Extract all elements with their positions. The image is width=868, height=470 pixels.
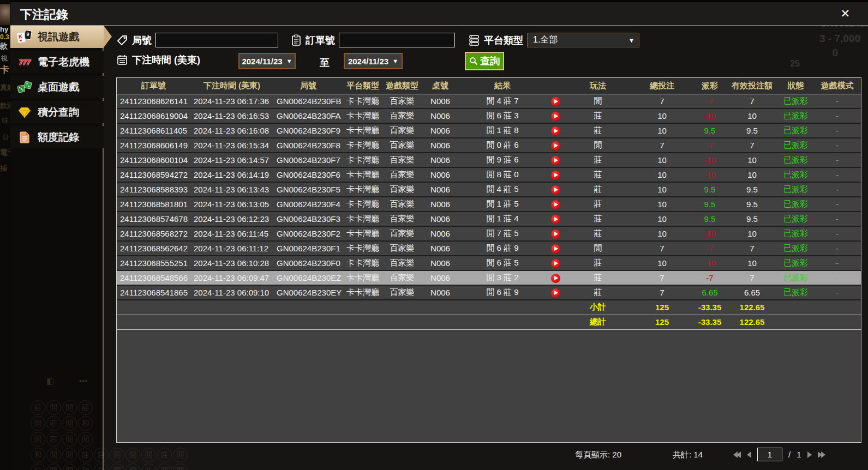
- sidebar-item-table-games[interactable]: 桌面遊戲: [10, 76, 104, 98]
- cell-platform: 卡卡灣廳: [343, 270, 382, 285]
- prev-page-button[interactable]: [747, 451, 751, 458]
- bet-time-label-group: 下注時間 (美東): [116, 53, 200, 67]
- cell-valid_bet: 9.5: [726, 197, 778, 212]
- sidebar-item-video-games[interactable]: 9 K♥ 視訊遊戲: [10, 26, 104, 48]
- play-video-button[interactable]: [551, 185, 560, 195]
- background-avatar-photo: [0, 4, 10, 25]
- table-row[interactable]: 2411230686261412024-11-23 06:17:36GN0062…: [117, 94, 861, 109]
- cell-table_no: N006: [422, 153, 459, 167]
- platform-select[interactable]: 1.全部 ▼: [527, 33, 639, 47]
- play-video-button[interactable]: [551, 97, 560, 106]
- order-input[interactable]: [339, 33, 455, 47]
- cell-table_no: N006: [422, 270, 459, 285]
- table-row[interactable]: 2411230685552512024-11-23 06:10:28GN0062…: [117, 256, 861, 270]
- play-video-button[interactable]: [551, 126, 560, 136]
- cell-order_no: 241123068562642: [117, 241, 190, 256]
- cell-total_bet: 10: [631, 226, 693, 241]
- cell-payout: -7: [693, 138, 726, 153]
- date-to-value: 2024/11/23: [348, 57, 388, 66]
- cell-valid_bet: 9.5: [726, 212, 778, 226]
- column-header-bet_time: 下注時間 (美東): [190, 78, 273, 94]
- table-row[interactable]: 2411230685942722024-11-23 06:14:19GN0062…: [117, 167, 861, 182]
- cell-order_no: 241123068600104: [117, 153, 190, 167]
- play-video-button[interactable]: [551, 200, 560, 209]
- cell-bet_side: 莊: [565, 285, 631, 300]
- cell-status: 已派彩: [778, 123, 813, 138]
- page-separator: /: [788, 450, 791, 459]
- date-from-select[interactable]: 2024/11/23 ▼: [238, 53, 296, 69]
- cell-result: 閒 8 莊 0: [459, 167, 546, 182]
- table-row[interactable]: 2411230685818012024-11-23 06:13:05GN0062…: [117, 197, 861, 212]
- play-video-button[interactable]: [551, 274, 560, 283]
- cell-total_bet: 7: [631, 241, 693, 256]
- cell-result: 閒 6 莊 9: [459, 285, 546, 300]
- total-table_no: [422, 315, 459, 329]
- table-row[interactable]: 2411230685626422024-11-23 06:11:12GN0062…: [117, 241, 861, 256]
- date-to-select[interactable]: 2024/11/23 ▼: [344, 53, 403, 69]
- cell-bet_side: 莊: [565, 182, 631, 197]
- order-filter-group: 訂單號: [291, 33, 455, 47]
- table-row[interactable]: 2411230685682722024-11-23 06:11:45GN0062…: [117, 226, 861, 241]
- sidebar-item-points[interactable]: 積分查詢: [10, 101, 104, 123]
- total-platform: [343, 315, 382, 329]
- close-icon[interactable]: ✕: [840, 7, 850, 21]
- round-input[interactable]: [155, 33, 278, 47]
- cell-game_mode: -: [813, 285, 861, 300]
- sidebar-item-label: 額度記錄: [38, 130, 79, 144]
- cell-valid_bet: 9.5: [726, 123, 778, 138]
- cell-platform: 卡卡灣廳: [343, 138, 382, 153]
- cell-bet_time: 2024-11-23 06:17:36: [190, 94, 273, 109]
- cell-valid_bet: 10: [726, 256, 778, 270]
- table-row[interactable]: 2411230685485662024-11-23 06:09:47GN0062…: [117, 270, 861, 285]
- play-video-button[interactable]: [551, 244, 560, 254]
- screen: hy 0.3 款 視 卡 真船 款洲 味 台 電子 捕 Seton GN0062…: [0, 0, 868, 470]
- cell-game_mode: -: [813, 226, 861, 241]
- table-row[interactable]: 2411230685883932024-11-23 06:13:43GN0062…: [117, 182, 861, 197]
- window-title: 下注記錄: [20, 7, 68, 23]
- cell-payout: 9.5: [693, 197, 726, 212]
- total-valid_bet: 122.65: [726, 315, 778, 329]
- cell-game_mode: -: [813, 270, 861, 285]
- cell-game_type: 百家樂: [382, 167, 422, 182]
- sidebar-item-credit-records[interactable]: 額度記錄: [10, 126, 104, 148]
- cell-play: [546, 109, 565, 123]
- play-video-button[interactable]: [551, 215, 560, 224]
- play-video-button[interactable]: [551, 259, 560, 268]
- play-video-button[interactable]: [551, 112, 560, 121]
- bg-fragment: 真船: [0, 83, 10, 93]
- cell-total_bet: 10: [631, 123, 693, 138]
- table-row[interactable]: 2411230686001042024-11-23 06:14:57GN0062…: [117, 153, 861, 167]
- bg-fragment: 0.3: [0, 33, 9, 41]
- table-row[interactable]: 2411230686114052024-11-23 06:16:08GN0062…: [117, 123, 861, 138]
- content-panel: 局號 訂單號 平台類型 1.全部 ▼ 下注時間 (美東): [105, 26, 868, 470]
- cell-round_no: GN00624B230F9: [273, 123, 343, 138]
- page-number-input[interactable]: [757, 448, 782, 461]
- cell-status: 已派彩: [778, 153, 813, 167]
- cell-bet_time: 2024-11-23 06:14:57: [190, 153, 273, 167]
- play-video-button[interactable]: [551, 288, 560, 298]
- sidebar-item-slots[interactable]: 777 電子老虎機: [10, 51, 104, 73]
- table-row[interactable]: 2411230685418652024-11-23 06:09:10GN0062…: [117, 285, 861, 300]
- cell-payout: -10: [693, 109, 726, 123]
- table-row[interactable]: 2411230685746782024-11-23 06:12:23GN0062…: [117, 212, 861, 226]
- cell-order_no: 241123068619004: [117, 109, 190, 123]
- search-button[interactable]: 查詢: [465, 52, 504, 70]
- first-page-button[interactable]: [733, 451, 741, 458]
- table-row[interactable]: 2411230686061492024-11-23 06:15:34GN0062…: [117, 138, 861, 153]
- platform-filter-group: 平台類型 1.全部 ▼: [468, 33, 639, 47]
- cell-order_no: 241123068594272: [117, 167, 190, 182]
- cell-valid_bet: 6.65: [726, 285, 778, 300]
- play-video-button[interactable]: [551, 141, 560, 150]
- cell-table_no: N006: [422, 212, 459, 226]
- play-video-button[interactable]: [551, 171, 560, 180]
- next-page-button[interactable]: [807, 451, 812, 458]
- play-video-button[interactable]: [551, 230, 560, 239]
- subtotal-round_no: [273, 300, 343, 315]
- play-video-button[interactable]: [551, 156, 560, 165]
- cell-status: 已派彩: [778, 270, 813, 285]
- cell-round_no: GN00624B230F6: [273, 167, 343, 182]
- cell-total_bet: 10: [631, 212, 693, 226]
- calendar-icon: [116, 54, 128, 66]
- table-row[interactable]: 2411230686190042024-11-23 06:16:53GN0062…: [117, 109, 861, 123]
- last-page-button[interactable]: [818, 451, 825, 458]
